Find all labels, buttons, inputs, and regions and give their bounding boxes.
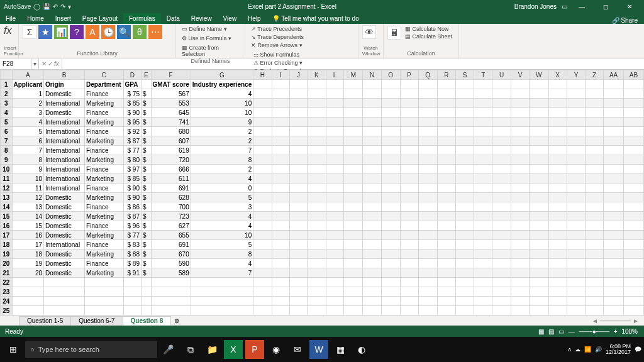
tab-data[interactable]: Data [161,13,186,24]
calculate-now-button[interactable]: ▦ Calculate Now [403,25,454,33]
cell[interactable] [272,174,289,184]
cell[interactable]: $ 88 [123,250,141,259]
cell[interactable] [363,108,382,118]
cell[interactable] [456,268,474,278]
cell[interactable] [567,268,585,278]
row-header[interactable]: 22 [1,278,13,287]
use-in-formula-button[interactable]: ⚙ Use in Formula ▾ [180,35,233,42]
cell[interactable]: Origin [44,80,85,89]
cell[interactable] [604,250,624,259]
cell[interactable] [604,99,624,108]
cell[interactable] [289,184,308,193]
cell[interactable] [511,118,529,127]
cell[interactable] [272,259,289,268]
spreadsheet-grid[interactable]: ABCDEFGHIJKLMNOPQRSTUVWXYZAAAB1Applicant… [0,70,644,315]
cell[interactable] [418,184,437,193]
cell[interactable] [474,165,492,174]
cell[interactable] [289,231,308,240]
notifications-icon[interactable]: 💬 [635,346,641,353]
cell[interactable] [437,259,456,268]
cell[interactable] [604,287,624,297]
cell[interactable] [511,259,529,268]
cell[interactable]: 666 [151,165,191,174]
cell[interactable]: 680 [151,127,191,136]
cell[interactable] [289,165,308,174]
cell[interactable]: 619 [151,146,191,155]
cell[interactable]: 700 [151,202,191,212]
row-header[interactable]: 24 [1,297,13,306]
cell[interactable] [624,202,644,212]
col-header[interactable]: O [381,70,400,80]
cell[interactable]: $ 90 [123,193,141,202]
cell[interactable] [511,108,529,118]
cell[interactable]: 691 [151,240,191,250]
cell[interactable] [511,212,529,221]
cell[interactable] [437,155,456,165]
col-header[interactable]: A [12,70,44,80]
cell[interactable] [381,202,400,212]
cell[interactable] [381,118,400,127]
cell[interactable] [381,80,400,89]
cell[interactable] [548,259,567,268]
cell[interactable] [437,268,456,278]
cell[interactable] [123,278,141,287]
cell[interactable] [437,184,456,193]
cell[interactable]: Finance [85,127,123,136]
cell[interactable] [511,287,529,297]
cell[interactable] [400,184,418,193]
cell[interactable]: Marketing [85,193,123,202]
cell[interactable]: $ 77 [123,146,141,155]
cell[interactable] [400,174,418,184]
cell[interactable] [308,165,326,174]
cell[interactable]: $ [141,89,151,99]
cell[interactable] [586,80,604,89]
cell[interactable] [548,89,567,99]
cell[interactable] [456,221,474,231]
cell[interactable] [604,127,624,136]
cell[interactable] [567,259,585,268]
row-header[interactable]: 7 [1,136,13,146]
cell[interactable] [400,146,418,155]
cell[interactable] [586,184,604,193]
cell[interactable]: 2 [191,136,253,146]
cell[interactable]: Domestic [44,268,85,278]
cell[interactable] [289,136,308,146]
cell[interactable]: 3 [12,108,44,118]
cell[interactable] [586,278,604,287]
col-header[interactable]: L [326,70,344,80]
cell[interactable]: International [44,118,85,127]
cell[interactable] [381,155,400,165]
cell[interactable]: 2 [12,99,44,108]
create-from-selection-button[interactable]: ▦ Create from Selection [180,44,241,58]
cell[interactable] [474,174,492,184]
cell[interactable] [272,297,289,306]
cell[interactable] [289,193,308,202]
cell[interactable] [530,155,548,165]
datetime-icon[interactable]: 🕒 [101,25,115,39]
cell[interactable] [253,268,272,278]
cell[interactable]: Marketing [85,231,123,240]
cell[interactable] [530,297,548,306]
cell[interactable] [308,202,326,212]
cell[interactable] [344,184,363,193]
mic-icon[interactable]: 🎤 [158,340,177,359]
cell[interactable] [272,155,289,165]
cell[interactable] [418,287,437,297]
cell[interactable] [456,80,474,89]
cell[interactable]: International [44,165,85,174]
cell[interactable] [492,127,511,136]
cell[interactable] [272,127,289,136]
cell[interactable]: 10 [12,174,44,184]
col-header[interactable]: V [511,70,529,80]
cell[interactable]: 1 [12,89,44,99]
cell[interactable]: $ 87 [123,212,141,221]
cell[interactable] [308,99,326,108]
col-header[interactable]: Q [418,70,437,80]
cell[interactable]: 5 [191,193,253,202]
cell[interactable] [253,174,272,184]
cell[interactable]: $ 83 [123,240,141,250]
cell[interactable] [344,240,363,250]
cell[interactable] [289,127,308,136]
cell[interactable] [308,306,326,315]
cell[interactable]: $ 90 [123,184,141,193]
